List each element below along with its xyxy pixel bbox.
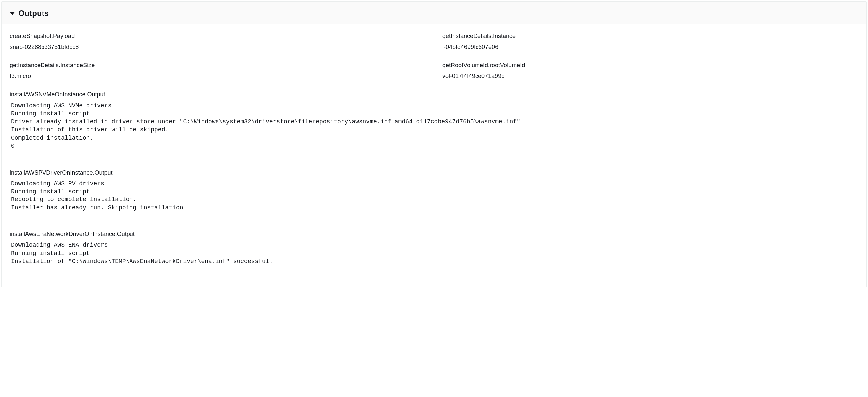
- block-install-aws-ena: installAwsEnaNetworkDriverOnInstance.Out…: [10, 230, 858, 274]
- kv-label: getInstanceDetails.InstanceSize: [10, 61, 426, 69]
- block-output-text: Downloading AWS NVMe drivers Running ins…: [10, 102, 858, 150]
- outputs-panel: Outputs createSnapshot.Payload snap-0228…: [1, 1, 867, 287]
- kv-instance-id: getInstanceDetails.Instance i-04bfd4699f…: [442, 32, 858, 51]
- kv-value: t3.micro: [10, 72, 426, 81]
- kv-value: i-04bfd4699fc607e06: [442, 43, 858, 51]
- block-output-text: Downloading AWS ENA drivers Running inst…: [10, 241, 858, 265]
- block-output-text: Downloading AWS PV drivers Running insta…: [10, 179, 858, 212]
- collapse-triangle-icon: [10, 12, 15, 15]
- outputs-panel-body: createSnapshot.Payload snap-02288b33751b…: [2, 24, 866, 287]
- block-label: installAWSNVMeOnInstance.Output: [10, 90, 858, 99]
- kv-instance-size: getInstanceDetails.InstanceSize t3.micro: [10, 61, 426, 81]
- kv-label: getRootVolumeId.rootVolumeId: [442, 61, 858, 69]
- kv-value: vol-017f4f49ce071a99c: [442, 72, 858, 81]
- block-label: installAwsEnaNetworkDriverOnInstance.Out…: [10, 230, 858, 238]
- text-caret-icon: [11, 212, 11, 220]
- kv-create-snapshot-payload: createSnapshot.Payload snap-02288b33751b…: [10, 32, 426, 51]
- kv-col-left: createSnapshot.Payload snap-02288b33751b…: [10, 32, 434, 91]
- block-install-aws-pv: installAWSPVDriverOnInstance.Output Down…: [10, 169, 858, 221]
- text-caret-icon: [11, 266, 11, 273]
- text-caret-icon: [11, 151, 11, 158]
- outputs-title: Outputs: [18, 8, 49, 19]
- block-label: installAWSPVDriverOnInstance.Output: [10, 169, 858, 177]
- kv-label: getInstanceDetails.Instance: [442, 32, 858, 40]
- block-install-aws-nvme: installAWSNVMeOnInstance.Output Download…: [10, 90, 858, 158]
- outputs-kv-grid: createSnapshot.Payload snap-02288b33751b…: [10, 32, 858, 91]
- kv-root-volume-id: getRootVolumeId.rootVolumeId vol-017f4f4…: [442, 61, 858, 81]
- kv-value: snap-02288b33751bfdcc8: [10, 43, 426, 51]
- kv-col-right: getInstanceDetails.Instance i-04bfd4699f…: [434, 32, 858, 91]
- outputs-panel-header[interactable]: Outputs: [2, 2, 866, 24]
- kv-label: createSnapshot.Payload: [10, 32, 426, 40]
